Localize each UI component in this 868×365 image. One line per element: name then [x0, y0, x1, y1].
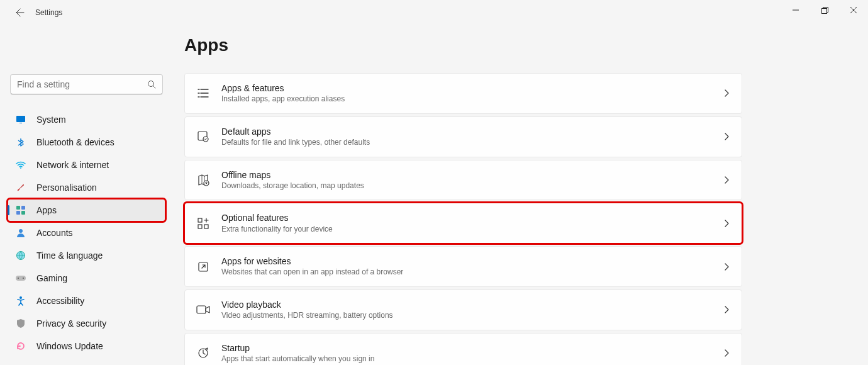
card-subtitle: Apps that start automatically when you s… [221, 354, 724, 364]
accessibility-icon [15, 295, 26, 306]
chevron-right-icon [724, 176, 729, 184]
sidebar-item-system[interactable]: System [8, 108, 165, 131]
sidebar-item-label: Apps [36, 205, 57, 215]
chevron-right-icon [724, 349, 729, 357]
card-title: Default apps [221, 126, 724, 137]
sidebar-item-network[interactable]: Network & internet [8, 154, 165, 176]
sidebar-item-label: Privacy & security [36, 318, 106, 328]
shield-icon [15, 318, 26, 329]
gamepad-icon [15, 272, 26, 284]
sidebar-item-label: Gaming [36, 273, 67, 283]
sidebar-item-label: Network & internet [36, 160, 109, 170]
apps-icon [15, 205, 26, 216]
card-subtitle: Extra functionality for your device [221, 225, 724, 235]
sidebar-item-label: Bluetooth & devices [36, 137, 114, 147]
globe-icon [15, 250, 26, 261]
svg-rect-2 [16, 116, 25, 122]
card-subtitle: Defaults for file and link types, other … [221, 138, 724, 148]
card-subtitle: Websites that can open in an app instead… [221, 267, 724, 278]
svg-rect-6 [21, 206, 25, 210]
sidebar-item-accounts[interactable]: Accounts [8, 222, 165, 244]
sidebar-item-gaming[interactable]: Gaming [8, 267, 165, 289]
sidebar-item-label: Accounts [36, 228, 73, 238]
sidebar-item-label: Windows Update [36, 341, 103, 351]
svg-point-14 [19, 296, 22, 299]
svg-rect-0 [821, 8, 826, 13]
chevron-right-icon [724, 89, 729, 97]
update-icon [15, 340, 26, 352]
svg-point-13 [23, 278, 24, 279]
sidebar-item-label: Personalisation [36, 182, 97, 193]
sidebar-item-accessibility[interactable]: Accessibility [8, 289, 165, 312]
system-icon [15, 114, 26, 125]
default-apps-icon [196, 130, 210, 143]
sidebar-item-label: Time & language [36, 250, 103, 261]
maximize-button[interactable] [810, 0, 839, 20]
sidebar-item-personalisation[interactable]: Personalisation [8, 176, 165, 199]
card-video-playback[interactable]: Video playback Video adjustments, HDR st… [184, 289, 742, 330]
svg-rect-11 [16, 276, 26, 281]
sidebar-item-label: Accessibility [36, 296, 84, 306]
chevron-right-icon [724, 220, 729, 227]
svg-point-12 [18, 278, 19, 279]
arrow-left-icon [15, 8, 25, 18]
search-input[interactable] [17, 79, 147, 89]
sidebar-item-label: System [36, 115, 66, 125]
svg-rect-7 [16, 211, 20, 215]
main-content: Apps Apps & features Installed apps, app… [173, 25, 868, 365]
sidebar-item-windows-update[interactable]: Windows Update [8, 335, 165, 357]
wifi-icon [15, 159, 26, 171]
page-title: Apps [184, 35, 742, 55]
card-title: Apps for websites [221, 256, 724, 267]
search-box[interactable] [10, 74, 163, 94]
person-icon [15, 227, 26, 239]
svg-rect-18 [198, 218, 202, 222]
card-title: Optional features [221, 212, 724, 223]
search-icon [147, 80, 156, 89]
minimize-icon [793, 7, 799, 13]
video-icon [196, 303, 210, 317]
card-title: Apps & features [221, 82, 724, 94]
window-title: Settings [35, 8, 62, 17]
svg-rect-8 [21, 211, 25, 215]
chevron-right-icon [724, 133, 729, 140]
card-optional-features[interactable]: Optional features Extra functionality fo… [184, 203, 742, 244]
svg-rect-22 [197, 306, 206, 313]
card-apps-for-websites[interactable]: Apps for websites Websites that can open… [184, 246, 742, 287]
card-subtitle: Downloads, storage location, map updates [221, 181, 724, 191]
back-button[interactable] [10, 3, 30, 23]
sidebar: System Bluetooth & devices Network & int… [0, 25, 173, 365]
svg-point-9 [19, 229, 23, 233]
svg-rect-20 [204, 225, 208, 228]
card-startup[interactable]: Startup Apps that start automatically wh… [184, 333, 742, 365]
chevron-right-icon [724, 306, 729, 313]
brush-icon [15, 182, 26, 193]
card-title: Startup [221, 342, 724, 354]
sidebar-item-bluetooth[interactable]: Bluetooth & devices [8, 131, 165, 154]
card-apps-features[interactable]: Apps & features Installed apps, app exec… [184, 73, 742, 114]
close-icon [850, 7, 857, 13]
card-default-apps[interactable]: Default apps Defaults for file and link … [184, 116, 742, 157]
map-icon [196, 173, 210, 187]
svg-rect-3 [19, 123, 22, 123]
bluetooth-icon [15, 137, 26, 148]
list-icon [196, 86, 210, 100]
card-subtitle: Installed apps, app execution aliases [221, 94, 724, 104]
svg-point-4 [20, 167, 21, 169]
sidebar-item-time-language[interactable]: Time & language [8, 244, 165, 267]
sidebar-item-apps[interactable]: Apps [8, 199, 165, 222]
maximize-icon [821, 7, 828, 14]
sidebar-item-privacy[interactable]: Privacy & security [8, 312, 165, 335]
card-offline-maps[interactable]: Offline maps Downloads, storage location… [184, 160, 742, 201]
minimize-button[interactable] [781, 0, 810, 20]
startup-icon [196, 346, 210, 360]
svg-rect-5 [16, 206, 20, 210]
chevron-right-icon [724, 263, 729, 271]
grid-plus-icon [196, 216, 210, 230]
card-subtitle: Video adjustments, HDR streaming, batter… [221, 311, 724, 321]
close-button[interactable] [839, 0, 868, 20]
launch-icon [196, 260, 210, 274]
window-controls [781, 0, 868, 20]
card-title: Video playback [221, 299, 724, 310]
card-title: Offline maps [221, 169, 724, 181]
